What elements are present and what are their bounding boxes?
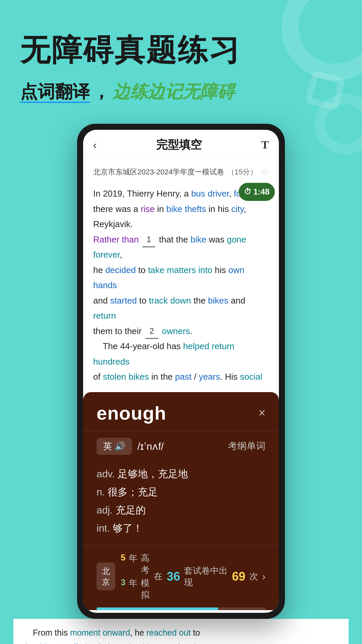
dict-meaning-adj: 充足的 — [116, 504, 146, 516]
clock-icon: ⏱ — [244, 185, 251, 199]
word-link[interactable]: guidance — [133, 642, 167, 644]
dict-phonetic-row: 英 🔊 /ɪˈnʌf/ 考纲单词 — [83, 431, 279, 462]
word-link[interactable]: stolen bikes — [103, 372, 149, 382]
dict-header: enough × — [83, 392, 279, 431]
word-link[interactable]: bikes — [208, 296, 229, 306]
freq-years: 5 年 高考 3 年 模拟 — [121, 552, 154, 601]
freq-arrow-icon[interactable]: › — [262, 571, 265, 582]
word-link[interactable]: moment onward — [70, 628, 130, 637]
dict-pos-int: int. — [97, 523, 113, 534]
word-link[interactable]: past — [175, 372, 191, 382]
word-link[interactable]: thieves — [38, 642, 64, 644]
timer-value: 1:48 — [253, 185, 269, 199]
subtitle-comma: ， — [93, 80, 110, 104]
freq-stat-suffix: 次 — [249, 571, 258, 582]
phone-screen: ‹ 完型填空 T 北京市东城区2023-2024学年度一模试卷 （15分） ☆ … — [83, 130, 279, 613]
phone-topbar: ‹ 完型填空 T — [83, 130, 279, 158]
freq-num1: 36 — [167, 570, 180, 584]
dict-lang-badge[interactable]: 英 🔊 — [97, 438, 132, 455]
freq-year1-label: 年 — [129, 552, 137, 576]
dict-definitions: adv. 足够地，充足地 n. 很多；充足 adj. 充足的 int. 够了！ — [83, 462, 279, 545]
dict-def-adj: adj. 充足的 — [97, 501, 265, 519]
article-meta-title: 北京市东城区2023-2024学年度一模试卷 — [93, 167, 224, 177]
dict-phonetic-left: 英 🔊 /ɪˈnʌf/ — [97, 438, 164, 455]
subtitle-part2: 边练边记无障碍 — [113, 80, 235, 104]
word-link[interactable]: city — [231, 204, 244, 214]
freq-year2-num: 3 — [121, 577, 125, 601]
dict-close-button[interactable]: × — [258, 406, 265, 420]
dictionary-popup: enough × 英 🔊 /ɪˈnʌf/ 考纲单词 adv. — [83, 392, 279, 610]
word-link[interactable]: take matters into — [148, 265, 212, 275]
word-link[interactable]: bike thefts — [166, 204, 206, 214]
phone-mockup: ‹ 完型填空 T 北京市东城区2023-2024学年度一模试卷 （15分） ☆ … — [77, 124, 285, 619]
article-score: （15分） — [227, 167, 257, 177]
dict-pos-n: n. — [97, 486, 108, 497]
phone-container: ‹ 完型填空 T 北京市东城区2023-2024学年度一模试卷 （15分） ☆ … — [0, 117, 362, 619]
blank-2[interactable]: 2 — [145, 324, 158, 339]
word-link[interactable]: helped return hundreds — [93, 341, 235, 367]
article-meta: 北京市东城区2023-2024学年度一模试卷 （15分） ☆ — [93, 166, 269, 177]
screen-title: 完型填空 — [156, 137, 202, 153]
subtitle-part1: 点词翻译 — [20, 80, 90, 104]
word-link[interactable]: track down — [149, 296, 191, 306]
freq-progress-fill — [97, 607, 218, 610]
bottom-text-area: From this moment onward, he reached out … — [13, 619, 349, 644]
dict-meaning-n: 很多；充足 — [108, 486, 158, 497]
freq-num2: 69 — [232, 570, 245, 584]
word-link[interactable]: bike — [190, 234, 206, 245]
dict-lang-label: 英 — [103, 440, 112, 452]
freq-city-char1: 北 — [102, 566, 110, 576]
article-paragraph: In 2019, Thierry Henry, a bus driver, fo… — [93, 183, 269, 385]
dict-pos-adv: adv. — [97, 468, 118, 479]
freq-year-row-2: 3 年 模拟 — [121, 577, 154, 601]
freq-right: 在 36 套试卷中出现 69 次 › — [154, 565, 265, 588]
freq-stat-middle: 套试卷中出现 — [184, 565, 228, 588]
hero-subtitle: 点词翻译 ， 边练边记无障碍 — [20, 80, 342, 104]
bottom-line2: the thieves, offering help and guidance.… — [23, 640, 339, 644]
freq-city-badge: 北 京 — [97, 562, 115, 590]
font-size-icon[interactable]: T — [261, 139, 269, 151]
freq-year1-type: 高考 — [141, 552, 154, 576]
star-icon[interactable]: ☆ — [260, 166, 269, 177]
word-link[interactable]: decided — [105, 265, 136, 275]
hero-section: 无障碍真题练习 点词翻译 ， 边练边记无障碍 — [0, 0, 362, 117]
back-button[interactable]: ‹ — [93, 139, 97, 151]
freq-progress-bar — [97, 607, 265, 610]
dict-def-adv: adv. 足够地，充足地 — [97, 465, 265, 483]
dict-pos-adj: adj. — [97, 504, 116, 516]
word-link[interactable]: reached out — [146, 628, 191, 637]
dict-word: enough — [97, 402, 166, 424]
blank-1[interactable]: 1 — [142, 232, 155, 247]
freq-left: 北 京 5 年 高考 3 年 模拟 — [97, 552, 154, 601]
hero-title: 无障碍真题练习 — [20, 34, 342, 67]
dict-exam-tag: 考纲单词 — [228, 440, 265, 452]
word-link[interactable]: rise — [141, 204, 155, 214]
article-body: ⏱ 1:48 In 2019, Thierry Henry, a bus dri… — [93, 183, 269, 385]
word-link[interactable]: started — [110, 296, 137, 306]
word-link[interactable]: offering — [69, 642, 97, 644]
bottom-line1: From this moment onward, he reached out … — [23, 626, 339, 640]
word-link[interactable]: social — [240, 372, 262, 382]
word-link[interactable]: return — [93, 311, 116, 321]
word-link[interactable]: bus driver — [191, 189, 229, 199]
dict-phonetic: /ɪˈnʌf/ — [137, 440, 164, 452]
freq-city-char2: 京 — [102, 577, 110, 587]
dict-meaning-adv: 足够地，充足地 — [118, 468, 188, 479]
word-link[interactable]: years — [199, 372, 220, 382]
freq-stat-prefix: 在 — [154, 571, 163, 582]
dict-def-n: n. 很多；充足 — [97, 483, 265, 501]
freq-year1-num: 5 — [121, 552, 125, 576]
freq-year-row-1: 5 年 高考 — [121, 552, 154, 576]
word-link[interactable]: Rather than — [93, 234, 139, 245]
dict-meaning-int: 够了！ — [113, 523, 143, 534]
freq-year2-label: 年 — [129, 577, 137, 601]
timer-badge: ⏱ 1:48 — [239, 183, 275, 201]
freq-year2-type: 模拟 — [141, 577, 154, 601]
dict-frequency: 北 京 5 年 高考 3 年 模拟 — [83, 545, 279, 607]
dict-sound-icon[interactable]: 🔊 — [115, 441, 125, 451]
word-link[interactable]: owners — [162, 326, 190, 336]
dict-def-int: int. 够了！ — [97, 519, 265, 537]
article-section: 北京市东城区2023-2024学年度一模试卷 （15分） ☆ ⏱ 1:48 In… — [83, 158, 279, 393]
